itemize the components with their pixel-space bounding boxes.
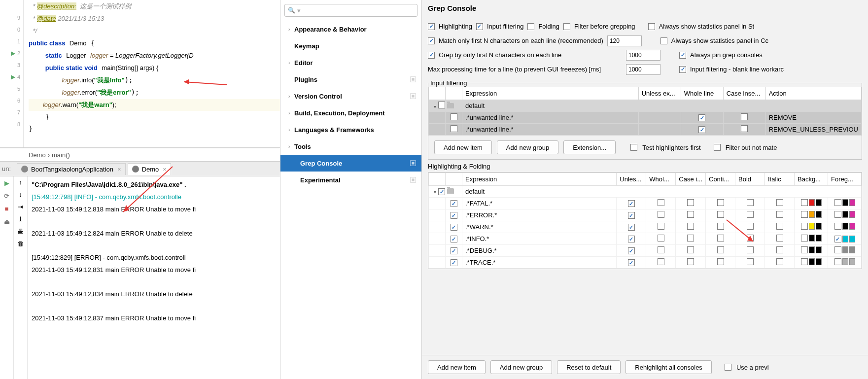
settings-item-grep-console[interactable]: Grep Console — [280, 155, 421, 172]
print-icon[interactable]: 🖶 — [17, 228, 24, 235]
match-first-n-value[interactable] — [607, 35, 642, 46]
close-icon[interactable]: × — [163, 166, 167, 173]
chk-filter-before[interactable] — [563, 23, 570, 30]
config-scope-icon — [410, 76, 417, 83]
chevron-right-icon: › — [288, 127, 294, 133]
run-tab-demo[interactable]: Demo× — [128, 163, 171, 175]
config-scope-icon — [410, 176, 417, 183]
java-icon — [132, 166, 139, 172]
spring-icon — [21, 166, 28, 172]
chk-folding[interactable] — [527, 23, 534, 30]
hl-row[interactable]: ▾ default — [429, 186, 862, 198]
panel-title: Grep Console — [422, 0, 868, 19]
settings-item-tools[interactable]: ›Tools — [280, 138, 421, 155]
close-icon[interactable]: × — [117, 166, 121, 173]
chk-blank-line[interactable] — [679, 66, 686, 73]
console-toolbar: ↑ ↓ ⇥ ⤓ 🖶 🗑 — [14, 176, 28, 379]
settings-item-build-execution-deployment[interactable]: ›Build, Execution, Deployment — [280, 104, 421, 121]
run-tabs: un: BootTangxiaolongApplication× Demo× — [0, 162, 280, 176]
grep-first-n-value[interactable] — [626, 50, 660, 61]
hl-row[interactable]: .*DEBUG.* — [429, 245, 862, 257]
folder-icon — [447, 188, 454, 194]
input-filtering-group: Input filtering ExpressionUnless ex...Wh… — [428, 79, 862, 160]
chevron-right-icon: › — [288, 60, 294, 66]
chk-use-prev[interactable] — [725, 364, 731, 371]
add-new-item-button[interactable]: Add new item — [428, 360, 486, 374]
svg-rect-7 — [412, 178, 414, 181]
chk-input-filtering[interactable] — [476, 23, 483, 30]
run-label: un: — [2, 165, 11, 172]
scroll-end-icon[interactable]: ⤓ — [18, 215, 23, 223]
hl-row[interactable]: .*TRACE.* — [429, 257, 862, 269]
svg-rect-5 — [412, 162, 414, 164]
filter-row[interactable]: .*unwanted line.*REMOVE — [429, 112, 862, 124]
settings-item-version-control[interactable]: ›Version Control — [280, 88, 421, 104]
run-gutter-icon[interactable]: ▶ — [11, 50, 15, 57]
console-output[interactable]: "C:\Program Files\Java\jdk1.8.0_261\bin\… — [28, 176, 280, 379]
settings-search[interactable]: 🔍▾ — [284, 4, 417, 17]
chk-test-hl[interactable] — [630, 144, 637, 151]
chevron-right-icon: › — [288, 110, 294, 116]
stop-icon[interactable]: ■ — [2, 204, 11, 213]
rehighlight-button[interactable]: Rehighlight all consoles — [625, 360, 712, 374]
code-editor[interactable]: * @description: 这是一个测试样例 * @date 2021/11… — [24, 0, 280, 147]
reset-button[interactable]: Reset to default — [557, 360, 621, 374]
settings-item-keymap[interactable]: Keymap — [280, 37, 421, 54]
settings-item-languages-frameworks[interactable]: ›Languages & Frameworks — [280, 121, 421, 138]
stop-icon[interactable]: ⟳ — [2, 191, 11, 200]
exit-icon[interactable]: ⏏ — [2, 217, 11, 226]
settings-item-plugins[interactable]: Plugins — [280, 71, 421, 88]
extension-button[interactable]: Extension... — [563, 140, 616, 154]
hl-row[interactable]: .*WARN.* — [429, 221, 862, 233]
settings-item-experimental[interactable]: Experimental — [280, 172, 421, 188]
rerun-icon[interactable]: ▶ — [2, 178, 11, 187]
add-new-item-button[interactable]: Add new item — [434, 140, 492, 154]
folder-icon — [447, 103, 454, 108]
chk-stats-cc[interactable] — [660, 37, 667, 44]
chk-highlighting[interactable] — [428, 23, 435, 30]
chk-always-pin[interactable] — [679, 52, 686, 59]
chevron-right-icon: › — [288, 94, 294, 99]
row-enable-chk[interactable] — [451, 113, 457, 120]
config-scope-icon — [410, 93, 417, 100]
filter-row[interactable]: ▾ default — [429, 100, 862, 112]
svg-rect-1 — [412, 78, 414, 80]
input-filtering-table[interactable]: ExpressionUnless ex...Whole lineCase ins… — [428, 87, 862, 136]
chk-filter-out[interactable] — [714, 144, 721, 151]
chk-grep-first-n[interactable] — [428, 52, 435, 59]
hl-row[interactable]: .*ERROR.* — [429, 209, 862, 221]
settings-item-appearance-behavior[interactable]: ›Appearance & Behavior — [280, 21, 421, 37]
chk-match-first-n[interactable] — [428, 37, 435, 44]
run-toolbar-left: ▶ ⟳ ■ ⏏ — [0, 176, 14, 379]
chevron-right-icon: › — [288, 27, 294, 32]
row-enable-chk[interactable] — [451, 125, 457, 132]
breadcrumb[interactable]: Demo›main() — [0, 148, 280, 162]
run-tab-boot[interactable]: BootTangxiaolongApplication× — [17, 163, 126, 175]
editor-gutter: 9 0 1 ▶2 3 ▶4 5 6 7 8 — [0, 0, 24, 147]
chevron-right-icon: › — [288, 144, 294, 149]
add-new-group-button[interactable]: Add new group — [497, 140, 558, 154]
max-proc-value[interactable] — [626, 64, 660, 75]
hf-title: Highlighting & Folding — [422, 160, 868, 172]
run-gutter-icon[interactable]: ▶ — [11, 73, 15, 80]
clear-icon[interactable]: 🗑 — [17, 240, 24, 247]
settings-item-editor[interactable]: ›Editor — [280, 54, 421, 71]
highlighting-table[interactable]: ExpressionUnles...Whol...Case i...Conti.… — [428, 172, 862, 269]
search-icon: 🔍 — [288, 7, 295, 14]
hl-row[interactable]: .*FATAL.* — [429, 198, 862, 209]
filter-row[interactable]: .*unwanted line.*REMOVE_UNLESS_PREVIOU — [429, 124, 862, 136]
soft-wrap-icon[interactable]: ⇥ — [18, 203, 23, 210]
up-icon[interactable]: ↑ — [19, 178, 22, 186]
svg-rect-3 — [412, 95, 414, 97]
down-icon[interactable]: ↓ — [19, 191, 22, 198]
hl-row[interactable]: .*INFO.* — [429, 233, 862, 245]
add-new-group-button[interactable]: Add new group — [490, 360, 552, 374]
config-scope-icon — [410, 160, 417, 167]
settings-tree: ›Appearance & BehaviorKeymap›EditorPlugi… — [280, 21, 421, 379]
chk-stats-st[interactable] — [648, 23, 655, 30]
